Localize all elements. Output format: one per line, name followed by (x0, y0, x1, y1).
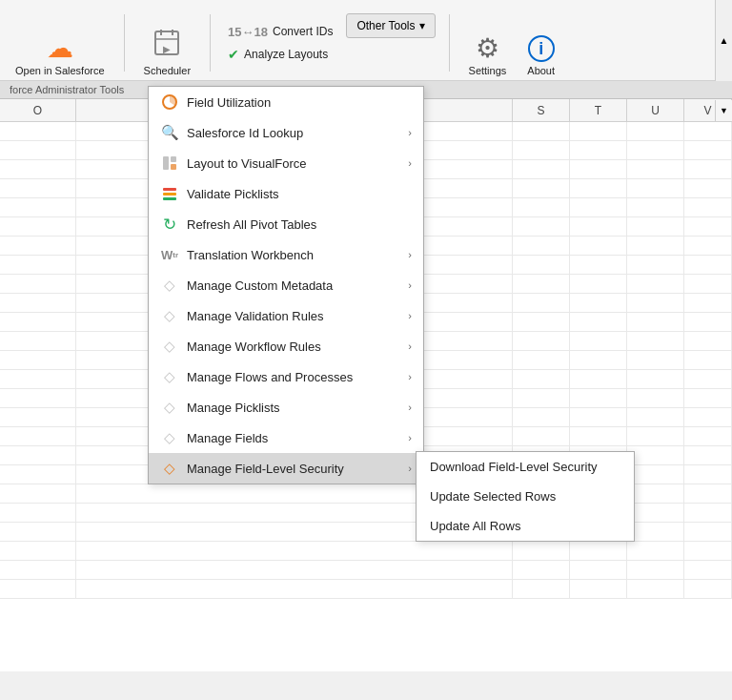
sheet-cell[interactable] (684, 408, 732, 426)
sheet-cell[interactable] (627, 542, 684, 560)
sheet-cell[interactable] (684, 160, 732, 178)
sheet-cell[interactable] (570, 427, 627, 445)
menu-item-manage-fields[interactable]: ◇ Manage Fields › (149, 422, 423, 453)
sheet-cell[interactable] (627, 561, 684, 579)
menu-item-manage-field-level-security[interactable]: ◇ Manage Field-Level Security › Download… (149, 453, 423, 484)
menu-item-manage-workflow-rules[interactable]: ◇ Manage Workflow Rules › (149, 331, 423, 361)
sheet-cell[interactable] (684, 465, 732, 484)
open-in-salesforce-button[interactable]: ☁ Open in Salesforce (10, 31, 111, 80)
sheet-cell[interactable] (627, 370, 684, 388)
sheet-cell[interactable] (513, 561, 570, 579)
sheet-cell[interactable] (627, 256, 684, 274)
sheet-cell[interactable] (0, 198, 76, 216)
sheet-cell[interactable] (570, 313, 627, 331)
sheet-cell[interactable] (627, 332, 684, 350)
sheet-cell[interactable] (570, 561, 627, 579)
menu-item-refresh-pivot[interactable]: ↻ Refresh All Pivot Tables (149, 209, 423, 239)
sheet-cell[interactable] (570, 389, 627, 407)
sheet-cell[interactable] (513, 179, 570, 197)
analyze-layouts-button[interactable]: ✔ Analyze Layouts (224, 45, 336, 64)
sheet-cell[interactable] (513, 351, 570, 369)
sheet-cell[interactable] (0, 370, 76, 388)
sheet-cell[interactable] (627, 122, 684, 140)
sheet-cell[interactable] (684, 256, 732, 274)
submenu-item-download-field-level-security[interactable]: Download Field-Level Security (417, 452, 634, 482)
sheet-cell[interactable] (684, 351, 732, 369)
sheet-cell[interactable] (0, 313, 76, 331)
sheet-cell[interactable] (684, 446, 732, 464)
sheet-cell[interactable] (627, 523, 684, 541)
sheet-cell[interactable] (570, 580, 627, 598)
sheet-cell[interactable] (513, 160, 570, 178)
sheet-cell[interactable] (684, 275, 732, 293)
menu-item-manage-picklists[interactable]: ◇ Manage Picklists › (149, 392, 423, 422)
sheet-cell[interactable] (627, 313, 684, 331)
sheet-cell[interactable] (627, 351, 684, 369)
sheet-cell[interactable] (0, 351, 76, 369)
sheet-cell[interactable] (0, 580, 76, 598)
sheet-cell[interactable] (570, 179, 627, 197)
other-tools-button[interactable]: Other Tools ▾ (346, 13, 435, 38)
sheet-cell[interactable] (513, 580, 570, 598)
sheet-cell[interactable] (0, 561, 76, 579)
sheet-cell[interactable] (570, 256, 627, 274)
menu-item-translation-workbench[interactable]: Wtr Translation Workbench › (149, 239, 423, 270)
sheet-cell[interactable] (684, 294, 732, 312)
column-filter-dropdown[interactable]: ▼ (715, 100, 732, 121)
sheet-cell[interactable] (570, 294, 627, 312)
sheet-cell[interactable] (627, 427, 684, 445)
sheet-cell[interactable] (684, 389, 732, 407)
sheet-cell[interactable] (627, 580, 684, 598)
sheet-cell[interactable] (684, 580, 732, 598)
sheet-cell[interactable] (684, 332, 732, 350)
sheet-cell[interactable] (684, 122, 732, 140)
sheet-cell[interactable] (513, 332, 570, 350)
sheet-cell[interactable] (684, 484, 732, 503)
sheet-cell[interactable] (0, 237, 76, 255)
sheet-cell[interactable] (684, 217, 732, 236)
sheet-cell[interactable] (513, 370, 570, 388)
submenu-item-update-all-rows[interactable]: Update All Rows (417, 511, 634, 541)
sheet-cell[interactable] (570, 370, 627, 388)
sheet-cell[interactable] (684, 561, 732, 579)
sheet-cell[interactable] (627, 179, 684, 197)
sheet-cell[interactable] (627, 484, 684, 503)
menu-item-validate-picklists[interactable]: Validate Picklists (149, 178, 423, 209)
sheet-cell[interactable] (513, 275, 570, 293)
sheet-cell[interactable] (0, 465, 76, 484)
menu-item-manage-validation-rules[interactable]: ◇ Manage Validation Rules › (149, 300, 423, 331)
about-button[interactable]: i About (521, 31, 560, 80)
sheet-cell[interactable] (627, 408, 684, 426)
sheet-cell[interactable] (627, 160, 684, 178)
sheet-cell[interactable] (627, 294, 684, 312)
sheet-cell[interactable] (0, 179, 76, 197)
sheet-cell[interactable] (0, 141, 76, 159)
menu-item-manage-custom-metadata[interactable]: ◇ Manage Custom Metadata › (149, 270, 423, 300)
scheduler-button[interactable]: ▶ Scheduler (138, 24, 197, 80)
sheet-cell[interactable] (0, 160, 76, 178)
sheet-cell[interactable] (570, 122, 627, 140)
sheet-cell[interactable] (0, 523, 76, 541)
sheet-cell[interactable] (684, 542, 732, 560)
sheet-cell[interactable] (627, 237, 684, 255)
sheet-cell[interactable] (684, 427, 732, 445)
sheet-cell[interactable] (513, 198, 570, 216)
sheet-cell[interactable] (684, 179, 732, 197)
sheet-cell[interactable] (0, 275, 76, 293)
sheet-cell[interactable] (513, 217, 570, 236)
sheet-cell[interactable] (570, 141, 627, 159)
sheet-cell[interactable] (0, 484, 76, 503)
sheet-cell[interactable] (513, 427, 570, 445)
sheet-cell[interactable] (570, 332, 627, 350)
sheet-cell[interactable] (570, 237, 627, 255)
sheet-cell[interactable] (570, 160, 627, 178)
menu-item-layout-to-visualforce[interactable]: Layout to VisualForce › (149, 148, 423, 178)
sheet-cell[interactable] (684, 141, 732, 159)
sheet-cell[interactable] (684, 523, 732, 541)
ribbon-scroll-up[interactable]: ▲ (715, 0, 732, 81)
sheet-cell[interactable] (513, 408, 570, 426)
sheet-cell[interactable] (627, 275, 684, 293)
sheet-cell[interactable] (0, 294, 76, 312)
settings-button[interactable]: ⚙ Settings (463, 31, 513, 80)
sheet-cell[interactable] (513, 122, 570, 140)
